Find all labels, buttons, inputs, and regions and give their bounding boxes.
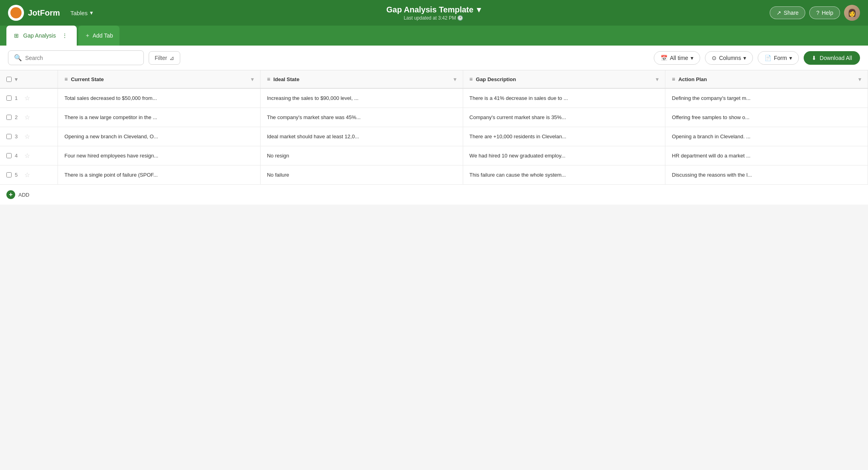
header-center: Gap Analysis Template ▾ Last updated at … [104, 5, 763, 21]
toolbar: 🔍 Filter ⊿ 📅 All time ▾ ⊙ Columns ▾ 📄 Fo… [0, 46, 868, 70]
row-number: 3 [15, 133, 21, 139]
tab-bar: ⊞ Gap Analysis ⋮ ＋ Add Tab [0, 26, 868, 46]
chevron-down-icon: ▾ [90, 9, 93, 16]
current-state-cell[interactable]: Four new hired employees have resign... [58, 146, 261, 165]
avatar-image: 👩 [844, 5, 860, 21]
plus-icon: ＋ [85, 32, 90, 39]
tables-label: Tables [70, 10, 88, 16]
calendar-icon: 📅 [661, 55, 667, 61]
ideal-state-cell[interactable]: Increasing the sales to $90,000 level, .… [260, 88, 463, 108]
row-number: 5 [15, 172, 21, 178]
action-plan-cell[interactable]: Defining the company's target m... [665, 88, 868, 108]
logo-icon [8, 5, 24, 21]
action-plan-cell[interactable]: Discussing the reasons with the l... [665, 165, 868, 185]
main-table: ▾ ≡ Current State ▾ ≡ Ideal State ▾ [0, 70, 868, 185]
column-icon: ≡ [672, 76, 675, 82]
tab-gap-analysis-label: Gap Analysis [23, 32, 56, 39]
table-row: 5 ☆ There is a single point of failure (… [0, 165, 868, 185]
gap-description-cell[interactable]: Company's current market share is 35%... [463, 108, 665, 127]
table-wrapper: ▾ ≡ Current State ▾ ≡ Ideal State ▾ [0, 70, 868, 205]
select-all-checkbox[interactable] [6, 77, 12, 82]
row-meta-cell: 2 ☆ [0, 108, 58, 127]
table-row: 4 ☆ Four new hired employees have resign… [0, 146, 868, 165]
current-state-cell[interactable]: There is a single point of failure (SPOF… [58, 165, 261, 185]
th-gap-description: ≡ Gap Description ▾ [463, 70, 665, 88]
row-number: 2 [15, 114, 21, 120]
ideal-state-cell[interactable]: No failure [260, 165, 463, 185]
favorite-icon[interactable]: ☆ [24, 171, 30, 179]
form-icon: 📄 [764, 55, 771, 61]
tab-gap-analysis[interactable]: ⊞ Gap Analysis ⋮ [6, 26, 77, 46]
th-checkbox: ▾ [0, 70, 58, 88]
tab-menu-button[interactable]: ⋮ [59, 30, 70, 41]
favorite-icon[interactable]: ☆ [24, 133, 30, 140]
table-row: 3 ☆ Opening a new branch in Cleveland, O… [0, 127, 868, 146]
action-plan-cell[interactable]: Opening a branch in Cleveland. ... [665, 127, 868, 146]
share-button[interactable]: ↗ Share [770, 6, 805, 19]
th-action-plan: ≡ Action Plan ▾ [665, 70, 868, 88]
filter-button[interactable]: Filter ⊿ [149, 51, 180, 65]
grid-icon: ⊞ [13, 32, 20, 39]
add-tab-button[interactable]: ＋ Add Tab [78, 26, 119, 46]
gap-description-cell[interactable]: We had hired 10 new graduated employ... [463, 146, 665, 165]
sort-icon[interactable]: ▾ [251, 76, 254, 82]
row-meta-cell: 5 ☆ [0, 165, 58, 185]
add-row-label: ADD [18, 192, 29, 198]
row-number: 1 [15, 95, 21, 101]
form-button[interactable]: 📄 Form ▾ [758, 51, 799, 65]
search-box[interactable]: 🔍 [8, 50, 144, 65]
share-icon: ↗ [776, 10, 781, 16]
logo-text: JotForm [28, 8, 60, 18]
favorite-icon[interactable]: ☆ [24, 94, 30, 102]
row-checkbox[interactable] [6, 115, 12, 120]
table-row: 1 ☆ Total sales decreased to $50,000 fro… [0, 88, 868, 108]
help-icon: ? [816, 10, 819, 16]
row-meta-cell: 1 ☆ [0, 88, 58, 108]
current-state-cell[interactable]: There is a new large competitor in the .… [58, 108, 261, 127]
row-checkbox[interactable] [6, 153, 12, 158]
help-button[interactable]: ? Help [809, 6, 840, 19]
columns-button[interactable]: ⊙ Columns ▾ [705, 51, 753, 65]
add-row-button[interactable]: + ADD [0, 185, 868, 205]
favorite-icon[interactable]: ☆ [24, 152, 30, 159]
current-state-cell[interactable]: Total sales decreased to $50,000 from... [58, 88, 261, 108]
row-meta-cell: 4 ☆ [0, 146, 58, 165]
sort-icon[interactable]: ▾ [454, 76, 456, 82]
search-input[interactable] [25, 55, 138, 61]
gap-description-cell[interactable]: There are +10,000 residents in Clevelan.… [463, 127, 665, 146]
row-checkbox[interactable] [6, 134, 12, 139]
clock-icon: 🕐 [457, 15, 463, 21]
sort-icon[interactable]: ▾ [656, 76, 659, 82]
avatar[interactable]: 👩 [844, 5, 860, 21]
row-number: 4 [15, 153, 21, 159]
dropdown-icon[interactable]: ▾ [477, 5, 481, 14]
app-header: JotForm Tables ▾ Gap Analysis Template ▾… [0, 0, 868, 26]
row-meta-cell: 3 ☆ [0, 127, 58, 146]
current-state-cell[interactable]: Opening a new branch in Cleveland, O... [58, 127, 261, 146]
favorite-icon[interactable]: ☆ [24, 114, 30, 121]
chevron-down-icon[interactable]: ▾ [15, 76, 18, 82]
search-icon: 🔍 [14, 54, 22, 62]
chevron-down-icon: ▾ [743, 55, 746, 61]
page-title: Gap Analysis Template ▾ [104, 5, 763, 14]
th-ideal-state: ≡ Ideal State ▾ [260, 70, 463, 88]
row-checkbox[interactable] [6, 172, 12, 177]
header-actions: ↗ Share ? Help 👩 [770, 5, 860, 21]
logo-area: JotForm [8, 5, 60, 21]
row-checkbox[interactable] [6, 96, 12, 101]
action-plan-cell[interactable]: HR department will do a market ... [665, 146, 868, 165]
logo-inner [10, 7, 22, 18]
tables-nav-button[interactable]: Tables ▾ [66, 7, 97, 19]
column-icon: ≡ [267, 76, 270, 82]
action-plan-cell[interactable]: Offering free samples to show o... [665, 108, 868, 127]
column-icon: ≡ [64, 76, 68, 82]
ideal-state-cell[interactable]: The company's market share was 45%... [260, 108, 463, 127]
column-icon: ≡ [470, 76, 473, 82]
gap-description-cell[interactable]: This failure can cause the whole system.… [463, 165, 665, 185]
ideal-state-cell[interactable]: Ideal market should have at least 12,0..… [260, 127, 463, 146]
alltime-button[interactable]: 📅 All time ▾ [654, 51, 700, 65]
download-all-button[interactable]: ⬇ Download All [804, 51, 860, 65]
ideal-state-cell[interactable]: No resign [260, 146, 463, 165]
sort-icon[interactable]: ▾ [858, 76, 861, 82]
gap-description-cell[interactable]: There is a 41% decrease in sales due to … [463, 88, 665, 108]
